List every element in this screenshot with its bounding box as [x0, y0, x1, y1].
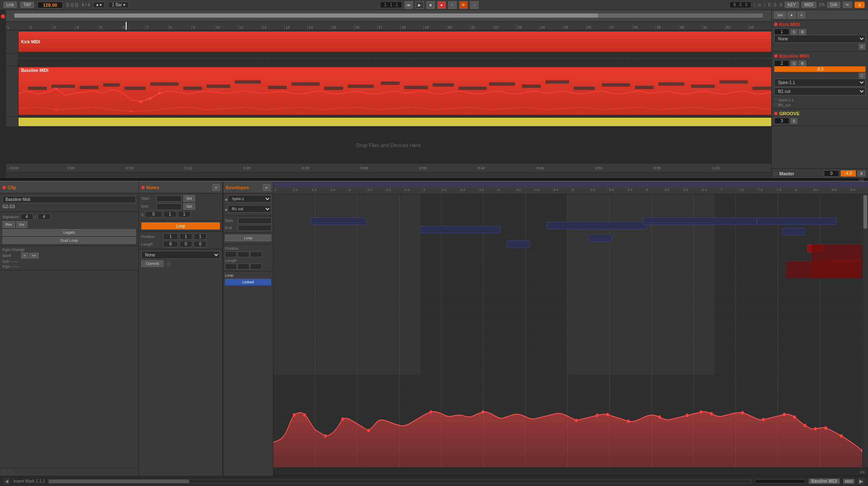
- env-start-input[interactable]: [238, 218, 272, 224]
- notes-loop-button[interactable]: Loop: [141, 222, 220, 230]
- env-len-input-3[interactable]: [250, 264, 262, 269]
- env-end-input[interactable]: [238, 225, 272, 231]
- groove-track-content[interactable]: [19, 116, 771, 127]
- pr-scrollbar-thumb[interactable]: [863, 195, 867, 229]
- kick-track-content[interactable]: Kick MIDI: [19, 30, 771, 53]
- set-record-button[interactable]: ●: [788, 12, 796, 18]
- key-button[interactable]: KEY: [785, 2, 799, 8]
- midi-note-3[interactable]: [507, 240, 530, 248]
- link-button[interactable]: Link: [3, 2, 17, 8]
- groove-send-button[interactable]: S: [791, 118, 797, 124]
- position-display[interactable]: 1 . 1 . 1: [380, 2, 402, 8]
- kick-send-button[interactable]: S: [791, 29, 797, 35]
- follow-button[interactable]: →: [470, 1, 479, 9]
- bassline-track-content[interactable]: Bassline MIDI: [19, 66, 771, 116]
- play-button[interactable]: ▶: [415, 1, 424, 9]
- midi-note-2[interactable]: [421, 226, 500, 233]
- env-pos-input-3[interactable]: [250, 251, 262, 257]
- collapse-button-1[interactable]: [1, 14, 5, 18]
- groove-clip[interactable]: [19, 118, 771, 126]
- status-nav-right[interactable]: ▶: [858, 478, 865, 485]
- notes-pos-input-3[interactable]: [194, 233, 206, 240]
- arrangement-scrollbar[interactable]: [6, 172, 771, 178]
- record-button[interactable]: ●: [437, 1, 446, 9]
- notes-add-button[interactable]: +: [212, 184, 220, 191]
- status-nav-left[interactable]: ◀: [3, 478, 10, 485]
- env-param-select[interactable]: flt1 cut: [228, 205, 271, 213]
- dupl-loop-button[interactable]: Dupl Loop: [3, 237, 136, 244]
- notes-end-set-button[interactable]: Set: [183, 203, 195, 210]
- midi-note-8[interactable]: [782, 228, 805, 235]
- bassline-plugin-select-2[interactable]: flt1 cut: [774, 87, 865, 95]
- add-button[interactable]: +: [448, 1, 457, 9]
- overview-bar[interactable]: [6, 10, 771, 22]
- session-record-button[interactable]: ⟳: [459, 1, 468, 9]
- kick-c-button[interactable]: C: [859, 44, 866, 50]
- bassline-plugin-select-1[interactable]: Spire-1.1: [774, 79, 865, 87]
- drop-files-area[interactable]: Drop Files and Devices Here: [6, 127, 771, 163]
- notes-start-input[interactable]: [156, 195, 182, 202]
- monitor-select[interactable]: ● ▾: [93, 2, 105, 8]
- bank-prev-button[interactable]: «: [21, 253, 28, 259]
- midi-note-4[interactable]: [547, 222, 648, 229]
- bassline-track-num[interactable]: 2: [774, 60, 789, 66]
- midi-note-7[interactable]: [757, 217, 837, 225]
- clip-name-input[interactable]: [3, 196, 136, 203]
- midi-note-1[interactable]: [311, 217, 366, 225]
- note-grid-area[interactable]: [273, 194, 862, 468]
- back-button[interactable]: ⏮: [405, 1, 413, 9]
- env-device-select[interactable]: Spire-1: [228, 195, 271, 203]
- stop-button[interactable]: ■: [426, 1, 435, 9]
- notes-len-input-2[interactable]: [180, 241, 192, 247]
- bassline-volume-display[interactable]: -8.0: [774, 66, 865, 72]
- kick-power-button[interactable]: [774, 23, 778, 26]
- groove-power-button[interactable]: [774, 112, 778, 115]
- envelopes-add-button[interactable]: +: [263, 184, 270, 191]
- kick-plugin-select[interactable]: None: [774, 35, 865, 43]
- legato-button[interactable]: Legato: [3, 229, 136, 236]
- notes-len-input-3[interactable]: [194, 241, 206, 247]
- bassline-power-button[interactable]: [774, 54, 778, 58]
- notes-v2-input[interactable]: [178, 211, 191, 217]
- transport-position[interactable]: 8 . 0 . 0: [730, 2, 751, 8]
- sig-bottom-input[interactable]: [38, 214, 50, 220]
- bank-next-button[interactable]: >>: [29, 253, 39, 259]
- groove-selector[interactable]: None: [141, 251, 220, 259]
- da-button[interactable]: D/A: [827, 2, 840, 8]
- notes-v1-input[interactable]: [164, 211, 176, 217]
- master-vol-right[interactable]: -4.0: [841, 170, 856, 177]
- kick-volume-display[interactable]: 1: [774, 29, 789, 35]
- set-button[interactable]: Set: [774, 12, 786, 18]
- notes-pos-input-1[interactable]: [163, 233, 178, 240]
- env-pos-input-1[interactable]: [225, 251, 237, 257]
- groove-track-num[interactable]: 3: [774, 118, 789, 124]
- pr-vertical-scrollbar[interactable]: [862, 194, 868, 468]
- env-loop-button[interactable]: Loop: [225, 235, 271, 241]
- sig-top-input[interactable]: [21, 214, 33, 220]
- midi-note-5[interactable]: [589, 234, 612, 242]
- bassline-c-button[interactable]: C: [859, 73, 866, 79]
- notes-g-input[interactable]: [145, 211, 162, 217]
- commit-button[interactable]: Commit: [141, 260, 164, 267]
- kick-clip[interactable]: Kick MIDI: [19, 32, 771, 52]
- loop-length-select[interactable]: 1 Bar ▾: [108, 2, 129, 8]
- env-pos-input-2[interactable]: [238, 251, 249, 257]
- empty-track-content[interactable]: [19, 53, 771, 66]
- bpm-display[interactable]: 128.00: [37, 2, 63, 8]
- master-options-button[interactable]: ⏸: [857, 171, 865, 177]
- notes-end-input[interactable]: [156, 203, 182, 210]
- tap-button[interactable]: TAP: [20, 2, 34, 8]
- bassline-send-button[interactable]: S: [791, 61, 797, 66]
- bassline-settings-button[interactable]: ⚙: [799, 61, 806, 66]
- bassline-clip[interactable]: Bassline MIDI: [19, 67, 771, 115]
- draw-button[interactable]: ✏: [843, 2, 852, 8]
- notes-start-set-button[interactable]: Set: [183, 195, 195, 202]
- midi-button[interactable]: MIDI: [802, 2, 816, 8]
- notes-len-input-1[interactable]: [163, 241, 178, 247]
- env-len-input-2[interactable]: [238, 264, 249, 269]
- env-len-input-1[interactable]: [225, 264, 237, 269]
- rev-button[interactable]: Rev: [3, 221, 15, 228]
- groove-info-button[interactable]: i: [165, 261, 171, 267]
- kick-settings-button[interactable]: ⚙: [799, 29, 806, 35]
- master-vol-left[interactable]: 0: [824, 170, 839, 177]
